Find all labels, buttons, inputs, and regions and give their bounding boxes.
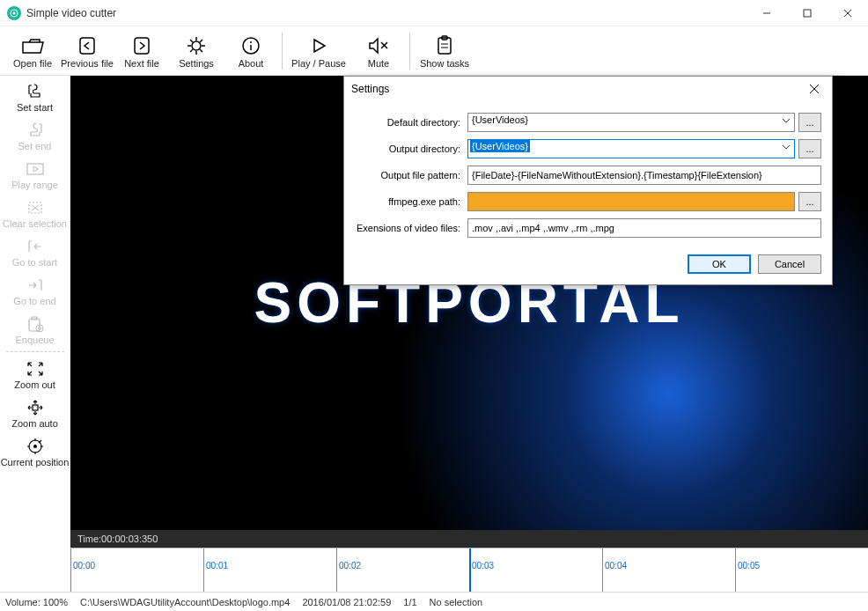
svg-line-15 [200, 40, 202, 42]
timeline-tick-label: 00:05 [738, 561, 760, 571]
chevron-down-icon [782, 143, 791, 151]
timeline-tick [203, 548, 204, 592]
hand-start-icon [26, 81, 45, 102]
target-icon [26, 436, 45, 457]
chevron-down-icon [782, 116, 791, 125]
toolbar-separator [282, 33, 283, 70]
go-to-start-button[interactable]: Go to start [2, 232, 69, 271]
dialog-titlebar[interactable]: Settings [344, 77, 832, 101]
top-toolbar: Open file Previous file Next file Settin… [0, 26, 868, 76]
maximize-button[interactable] [787, 0, 828, 26]
status-bar: Volume: 100% C:\Users\WDAGUtilityAccount… [0, 592, 868, 611]
title-bar: Simple video cutter [0, 0, 868, 26]
gear-icon [186, 33, 207, 58]
close-button[interactable] [828, 0, 868, 26]
frame-status: 1/1 [403, 597, 416, 607]
play-pause-button[interactable]: Play / Pause [286, 29, 351, 73]
play-range-button[interactable]: Play range [2, 155, 69, 194]
close-icon [809, 84, 820, 94]
timeline[interactable]: 00:0000:0100:0200:0300:0400:0500:06 [70, 548, 868, 592]
svg-rect-26 [27, 164, 43, 174]
svg-point-37 [33, 445, 37, 448]
enqueue-icon [26, 313, 45, 335]
output-directory-select[interactable]: {UserVideos} [467, 139, 795, 158]
open-file-button[interactable]: Open file [5, 29, 60, 73]
goto-start-icon [26, 236, 45, 257]
go-to-end-button[interactable]: Go to end [2, 271, 69, 310]
zoom-out-icon [26, 358, 45, 379]
dialog-title: Settings [351, 83, 389, 95]
zoom-auto-button[interactable]: Zoom auto [2, 394, 69, 432]
play-icon [308, 33, 329, 58]
time-value: 00:00:03:350 [101, 534, 158, 544]
previous-icon [77, 33, 98, 58]
timeline-tick [735, 548, 736, 592]
output-pattern-label: Output file pattern: [355, 170, 467, 180]
clipboard-icon [434, 33, 455, 58]
ffmpeg-browse-button[interactable]: ... [798, 192, 821, 211]
next-file-button[interactable]: Next file [114, 29, 169, 73]
svg-point-8 [192, 41, 201, 50]
svg-rect-6 [80, 38, 94, 54]
svg-line-13 [190, 40, 193, 42]
timeline-tick-label: 00:00 [73, 561, 95, 571]
volume-status: Volume: 100% [5, 597, 68, 607]
previous-file-button[interactable]: Previous file [60, 29, 114, 73]
set-start-button[interactable]: Set start [2, 77, 69, 116]
window-title: Simple video cutter [26, 7, 116, 19]
set-end-button[interactable]: Set end [2, 116, 69, 155]
mute-icon [367, 33, 390, 58]
about-button[interactable]: About [224, 29, 278, 73]
timeline-cursor[interactable] [469, 548, 471, 592]
clear-icon [26, 197, 44, 218]
default-directory-label: Default directory: [355, 117, 467, 128]
show-tasks-button[interactable]: Show tasks [414, 29, 475, 73]
time-label: Time: [77, 534, 101, 544]
app-icon [7, 6, 21, 20]
ok-button[interactable]: OK [688, 254, 751, 274]
default-directory-browse-button[interactable]: ... [798, 113, 821, 132]
toolbar-separator [409, 33, 410, 70]
enqueue-button[interactable]: Enqueue [2, 310, 69, 349]
ffmpeg-path-input[interactable] [467, 192, 795, 211]
zoom-out-button[interactable]: Zoom out [2, 355, 69, 394]
settings-dialog: Settings Default directory: {UserVideos}… [343, 76, 833, 285]
next-icon [131, 33, 152, 58]
goto-end-icon [26, 275, 45, 296]
default-directory-select[interactable]: {UserVideos} [467, 113, 795, 132]
minimize-button[interactable] [747, 0, 787, 26]
timeline-tick-label: 00:01 [206, 561, 228, 571]
timeline-tick-label: 00:03 [472, 561, 494, 571]
settings-button[interactable]: Settings [169, 29, 224, 73]
left-sidebar: Set start Set end Play range Clear selec… [0, 76, 70, 592]
extensions-label: Exensions of video files: [355, 223, 467, 233]
sidebar-separator [6, 351, 64, 352]
window-controls [747, 0, 868, 26]
datetime-status: 2016/01/08 21:02:59 [302, 597, 391, 607]
folder-open-icon [20, 33, 45, 58]
clear-selection-button[interactable]: Clear selection [2, 194, 69, 232]
output-directory-browse-button[interactable]: ... [798, 139, 821, 158]
timeline-tick [602, 548, 603, 592]
svg-line-14 [200, 49, 202, 52]
ffmpeg-path-label: ffmpeg.exe path: [355, 196, 467, 207]
svg-rect-7 [135, 38, 149, 54]
dialog-close-button[interactable] [804, 78, 825, 99]
svg-rect-35 [33, 405, 38, 410]
time-bar: Time: 00:00:03:350 [70, 530, 868, 548]
timeline-tick [336, 548, 337, 592]
svg-point-1 [13, 11, 16, 14]
cancel-button[interactable]: Cancel [758, 254, 821, 274]
timeline-tick [70, 548, 71, 592]
output-directory-label: Output directory: [355, 144, 467, 154]
filepath-status: C:\Users\WDAGUtilityAccount\Desktop\logo… [80, 597, 290, 607]
current-position-button[interactable]: Current position [2, 432, 69, 471]
info-icon [240, 33, 261, 58]
output-pattern-input[interactable] [467, 166, 821, 185]
extensions-input[interactable] [467, 218, 821, 238]
zoom-auto-icon [26, 397, 45, 418]
hand-end-icon [26, 120, 45, 141]
play-range-icon [26, 158, 45, 180]
mute-button[interactable]: Mute [351, 29, 406, 73]
svg-line-16 [190, 49, 193, 52]
